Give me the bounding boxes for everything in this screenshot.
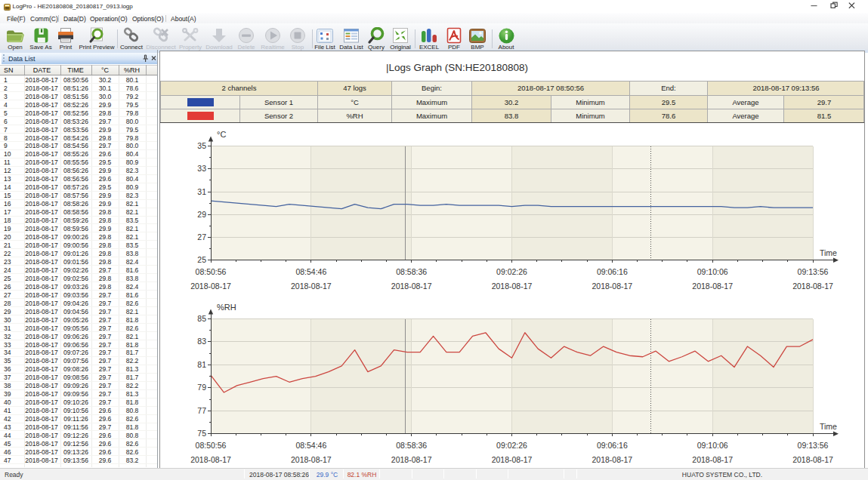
svg-text:08:54:46: 08:54:46	[295, 441, 326, 450]
svg-text:2018-08-17: 2018-08-17	[692, 455, 733, 464]
svg-text:85: 85	[197, 314, 206, 323]
svg-text:83: 83	[197, 337, 206, 346]
svg-text:77: 77	[197, 406, 206, 415]
svg-text:2018-08-17: 2018-08-17	[792, 455, 833, 464]
svg-text:2018-08-17: 2018-08-17	[592, 455, 632, 464]
svg-text:79: 79	[197, 383, 206, 392]
svg-text:75: 75	[197, 429, 206, 438]
svg-text:%RH: %RH	[217, 303, 236, 312]
svg-text:08:58:36: 08:58:36	[396, 441, 427, 450]
svg-text:09:02:26: 09:02:26	[496, 441, 527, 450]
svg-text:09:10:06: 09:10:06	[697, 441, 728, 450]
svg-text:09:06:16: 09:06:16	[597, 441, 628, 450]
svg-text:2018-08-17: 2018-08-17	[391, 455, 432, 464]
svg-text:2018-08-17: 2018-08-17	[492, 455, 533, 464]
svg-text:Time: Time	[820, 422, 837, 431]
svg-text:09:13:56: 09:13:56	[798, 441, 829, 450]
svg-text:2018-08-17: 2018-08-17	[190, 455, 231, 464]
svg-text:08:50:56: 08:50:56	[196, 441, 227, 450]
svg-text:81: 81	[197, 360, 206, 369]
svg-text:2018-08-17: 2018-08-17	[291, 455, 332, 464]
